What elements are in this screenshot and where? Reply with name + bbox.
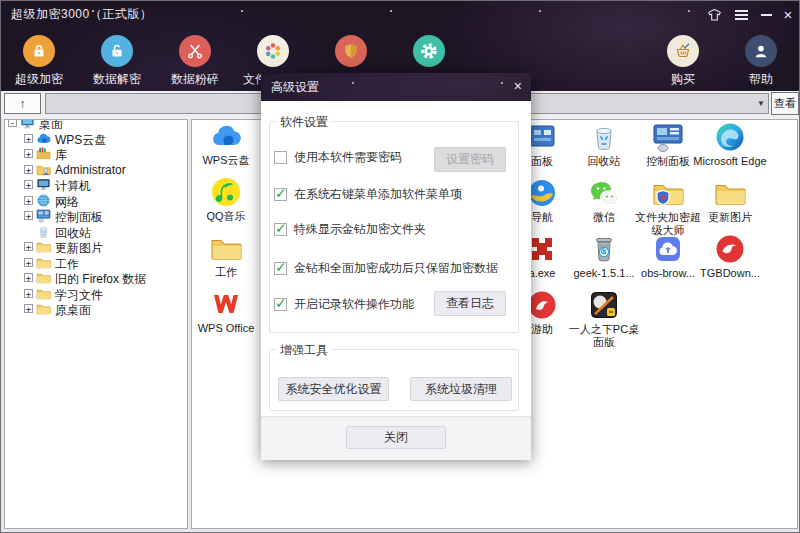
expand-icon[interactable]: +: [24, 180, 33, 189]
checkbox-checked[interactable]: ✓: [274, 298, 287, 311]
skin-icon[interactable]: [704, 7, 724, 23]
file-item-回收站[interactable]: 回收站: [572, 121, 636, 153]
toolbar-item-label: 超级加密: [0, 71, 78, 88]
lock-icon: [23, 35, 55, 67]
checkbox-unchecked[interactable]: [274, 151, 287, 164]
tree-item-WPS云盘[interactable]: +WPS云盘: [5, 131, 187, 146]
system-security-optimize-button[interactable]: 系统安全优化设置: [278, 377, 389, 401]
menu-icon[interactable]: [732, 7, 750, 23]
scissors-icon: [179, 35, 211, 67]
recycle-bin-icon: [588, 121, 620, 153]
tree-item-控制面板[interactable]: +控制面板: [5, 208, 187, 223]
toolbar-item-购买[interactable]: 购买: [644, 35, 722, 88]
collapse-icon[interactable]: -: [8, 119, 17, 127]
checkbox-checked[interactable]: ✓: [274, 223, 287, 236]
basket-icon: [667, 35, 699, 67]
expand-icon[interactable]: +: [24, 149, 33, 158]
tree-item-原桌面[interactable]: +原桌面: [5, 301, 187, 316]
checkbox-checked[interactable]: ✓: [274, 188, 287, 201]
file-item-一人之下PC桌面版[interactable]: 一人之下PC桌面版: [572, 289, 636, 321]
file-item-label: 一人之下PC桌面版: [566, 323, 642, 349]
file-item-WPS Office[interactable]: WPS Office: [194, 288, 258, 320]
tree-item-桌面[interactable]: -桌面: [5, 119, 187, 130]
expand-icon[interactable]: +: [24, 242, 33, 251]
tree-item-Administrator[interactable]: +Administrator: [5, 162, 187, 177]
view-log-button[interactable]: 查看日志: [434, 291, 506, 316]
toolbar-item-shield[interactable]: [312, 35, 390, 71]
checkbox-row-1[interactable]: 使用本软件需要密码: [274, 149, 402, 166]
file-item-WPS云盘[interactable]: WPS云盘: [194, 120, 258, 152]
checkbox-checked[interactable]: ✓: [274, 262, 287, 275]
up-button[interactable]: ↑: [4, 93, 41, 114]
toolbar-item-数据粉碎[interactable]: 数据粉碎: [156, 35, 234, 88]
view-button[interactable]: 查看: [771, 92, 799, 115]
expand-icon[interactable]: +: [24, 273, 33, 282]
gear-icon: [413, 35, 445, 67]
file-item-控制面板[interactable]: 控制面板: [636, 121, 700, 153]
toolbar-item-超级加密[interactable]: 超级加密: [0, 35, 78, 88]
shield-icon: [335, 35, 367, 67]
file-item-更新图片[interactable]: 更新图片: [698, 177, 762, 209]
tree-item-旧的 Firefox 数据[interactable]: +旧的 Firefox 数据: [5, 270, 187, 285]
tree-item-计算机[interactable]: +计算机: [5, 177, 187, 192]
file-item-文件夹加密超级大师[interactable]: 文件夹加密超级大师: [636, 177, 700, 209]
checkbox-row-5[interactable]: ✓开启记录软件操作功能: [274, 296, 414, 313]
control-panel-icon: [652, 121, 684, 153]
minimize-icon[interactable]: [757, 7, 775, 23]
control-panel-icon: [36, 208, 51, 223]
expand-icon[interactable]: +: [24, 211, 33, 220]
tgb-bird-icon: [714, 233, 746, 265]
tree-item-label: Administrator: [55, 163, 126, 177]
file-item-QQ音乐[interactable]: QQ音乐: [194, 176, 258, 208]
software-settings-group-title: 软件设置: [277, 114, 331, 131]
file-item-label: TGBDown...: [692, 267, 768, 280]
expand-icon[interactable]: +: [24, 304, 33, 313]
file-item-geek-1.5.1...[interactable]: geek-1.5.1...: [572, 233, 636, 265]
set-password-button[interactable]: 设置密码: [434, 147, 506, 172]
tree-item-库[interactable]: +库: [5, 146, 187, 161]
qq-music-icon: [210, 176, 242, 208]
checkbox-row-4[interactable]: ✓金钻和全面加密成功后只保留加密数据: [274, 260, 498, 277]
edge-icon: [714, 121, 746, 153]
toolbar-item-label: 帮助: [722, 71, 800, 88]
file-item-label: 更新图片: [692, 211, 768, 224]
computer-icon: [36, 177, 51, 192]
enhanced-tools-group-title: 增强工具: [277, 342, 331, 359]
file-item-工作[interactable]: 工作: [194, 232, 258, 264]
close-dialog-button[interactable]: 关闭: [346, 426, 446, 449]
checkbox-row-2[interactable]: ✓在系统右键菜单添加软件菜单项: [274, 186, 462, 203]
expand-icon[interactable]: +: [24, 289, 33, 298]
file-item-label: Microsoft Edge: [692, 155, 768, 168]
tree-item-工作[interactable]: +工作: [5, 255, 187, 270]
folder-tree-panel: -桌面+WPS云盘+库+Administrator+计算机+网络+控制面板回收站…: [4, 119, 188, 529]
expand-icon[interactable]: +: [24, 196, 33, 205]
dialog-close-icon[interactable]: ×: [514, 79, 522, 93]
system-junk-clean-button[interactable]: 系统垃圾清理: [410, 377, 512, 401]
close-icon[interactable]: ×: [779, 7, 797, 23]
expand-icon[interactable]: +: [24, 134, 33, 143]
file-item-微信[interactable]: 微信: [572, 177, 636, 209]
folder-icon: [36, 301, 51, 316]
tree-item-学习文件[interactable]: +学习文件: [5, 286, 187, 301]
minimize-bar: [761, 14, 772, 16]
window-title: 超级加密3000（正式版）: [11, 6, 152, 23]
toolbar-item-数据解密[interactable]: 数据解密: [78, 35, 156, 88]
tree-item-更新图片[interactable]: +更新图片: [5, 239, 187, 254]
expand-icon[interactable]: +: [24, 165, 33, 174]
folder-icon: [36, 286, 51, 301]
file-item-obs-brow...[interactable]: obs-brow...: [636, 233, 700, 265]
tree-item-回收站[interactable]: 回收站: [5, 224, 187, 239]
toolbar-item-gear[interactable]: [390, 35, 468, 71]
file-item-TGBDown...[interactable]: TGBDown...: [698, 233, 762, 265]
expand-icon[interactable]: +: [24, 258, 33, 267]
toolbar-item-帮助[interactable]: 帮助: [722, 35, 800, 88]
chevron-down-icon[interactable]: ▼: [757, 99, 765, 108]
tree-item-网络[interactable]: +网络: [5, 193, 187, 208]
check-icon: ✓: [275, 295, 287, 311]
obs-cloud-icon: [652, 233, 684, 265]
checkbox-row-3[interactable]: ✓特殊显示金钻加密文件夹: [274, 221, 426, 238]
file-item-label: QQ音乐: [191, 210, 264, 223]
lock-open-icon: [101, 35, 133, 67]
file-item-Microsoft Edge[interactable]: Microsoft Edge: [698, 121, 762, 153]
dialog-titlebar[interactable]: 高级设置 ×: [261, 73, 531, 101]
